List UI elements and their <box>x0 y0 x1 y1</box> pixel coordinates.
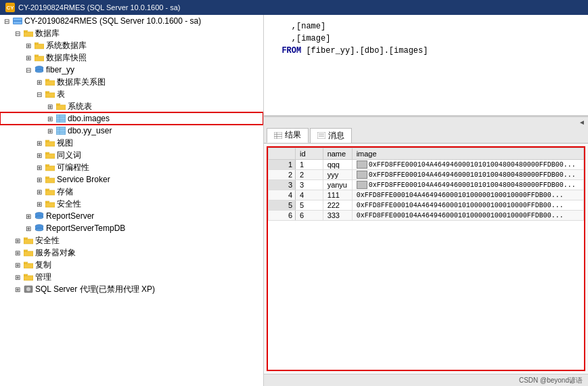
tree-expander-security2[interactable]: ⊞ <box>12 235 23 246</box>
tree-item-replication[interactable]: ⊞复制 <box>0 259 263 271</box>
results-header: id name image <box>269 148 584 160</box>
tree-expander-server[interactable]: ⊟ <box>1 16 12 26</box>
tree-item-management[interactable]: ⊞管理 <box>0 271 263 283</box>
watermark: CSDN @beyond谚语 <box>519 376 583 385</box>
tree-expander-tables[interactable]: ⊟ <box>34 89 45 100</box>
table-row[interactable]: 552220xFFD8FFE000104A4649460001010000010… <box>269 200 584 211</box>
icon-dbo <box>55 126 66 135</box>
tab-results[interactable]: 结果 <box>267 128 309 143</box>
cell-id: 6 <box>296 211 323 221</box>
icon-db <box>34 211 45 221</box>
tree-item-databases[interactable]: ⊟数据库 <box>0 27 263 39</box>
tree-expander-server-objects[interactable]: ⊞ <box>12 247 23 258</box>
tab-label-results: 结果 <box>285 129 301 141</box>
tree-item-service-broker[interactable]: ⊞Service Broker <box>0 173 263 186</box>
icon-folder <box>23 272 34 282</box>
tree-expander-storage[interactable]: ⊞ <box>34 186 45 197</box>
col-rownum <box>269 148 296 160</box>
window-title: CY-20190824RMES (SQL Server 10.0.1600 - … <box>18 3 180 12</box>
icon-folder <box>45 175 55 184</box>
tree-item-sql-agent[interactable]: ⊞SQL Server 代理(已禁用代理 XP) <box>0 283 263 295</box>
icon-folder <box>55 102 66 111</box>
tree-item-synonyms[interactable]: ⊞同义词 <box>0 149 263 161</box>
tab-bar: 结果 消息 <box>264 127 588 144</box>
cell-image: 0xFFD8FFE000104A464946000101000001000100… <box>352 190 583 200</box>
results-body: 11qqq0xFFD8FFE000104A4649460001010100480… <box>269 160 584 221</box>
tree-expander-replication[interactable]: ⊞ <box>12 259 23 270</box>
tree-item-views[interactable]: ⊞视图 <box>0 137 263 149</box>
table-row[interactable]: 11qqq0xFFD8FFE000104A4649460001010100480… <box>269 160 584 170</box>
table-row[interactable]: 33yanyu0xFFD8FFE000104A46494600010101004… <box>269 180 584 190</box>
tree-item-security[interactable]: ⊞安全性 <box>0 198 263 210</box>
tree-label-system-tables: 系统表 <box>68 101 92 112</box>
svg-point-5 <box>35 70 43 72</box>
tree-panel[interactable]: ⊟CY-20190824RMES (SQL Server 10.0.1600 -… <box>0 15 264 386</box>
tree-expander-fiber_yy[interactable]: ⊟ <box>23 64 34 75</box>
tree-item-programmability[interactable]: ⊞可编程性 <box>0 161 263 173</box>
tree-label-databases: 数据库 <box>35 28 60 39</box>
tab-messages[interactable]: 消息 <box>310 128 352 143</box>
tab-label-messages: 消息 <box>328 130 344 142</box>
sql-line-2: FROM [fiber_yy].[dbo].[images] <box>272 45 580 57</box>
tree-expander-security[interactable]: ⊞ <box>34 198 45 209</box>
tree-item-system-tables[interactable]: ⊞系统表 <box>0 100 263 112</box>
tree-item-dbo-images[interactable]: ⊞dbo.images <box>0 112 263 125</box>
tree-label-fiber_yy: fiber_yy <box>46 65 74 74</box>
tree-item-dbo-user[interactable]: ⊞dbo.yy_user <box>0 125 263 137</box>
results-grid-wrapper[interactable]: id name image 11qqq0xFFD8FFE000104A46494… <box>267 146 585 371</box>
tree-expander-views[interactable]: ⊞ <box>34 137 45 148</box>
tree-label-dbo-images: dbo.images <box>68 114 110 123</box>
tree-item-tables[interactable]: ⊟表 <box>0 88 263 100</box>
tree-expander-report-server-temp[interactable]: ⊞ <box>23 223 34 234</box>
tree-expander-programmability[interactable]: ⊞ <box>34 162 45 173</box>
tree-expander-databases[interactable]: ⊟ <box>12 28 23 39</box>
tree-expander-system-db[interactable]: ⊞ <box>23 40 34 51</box>
row-num-cell: 6 <box>269 211 296 221</box>
icon-agent <box>23 284 34 294</box>
tree-expander-sql-agent[interactable]: ⊞ <box>12 284 23 295</box>
icon-server <box>12 16 23 26</box>
tree-item-report-server-temp[interactable]: ⊞ReportServerTempDB <box>0 222 263 234</box>
cell-name: 111 <box>323 190 352 200</box>
tree-expander-db-snapshot[interactable]: ⊞ <box>23 52 34 63</box>
row-num-cell: 4 <box>269 190 296 200</box>
right-panel: ,[name] ,[image] FROM [fiber_yy].[dbo].[… <box>264 15 588 386</box>
cell-image: 0xFFD8FFE000104A464946000101000001000100… <box>352 211 583 221</box>
table-row[interactable]: 22yyy0xFFD8FFE000104A4649460001010100480… <box>269 170 584 180</box>
tree-expander-report-server[interactable]: ⊞ <box>23 211 34 221</box>
tree-item-db-snapshot[interactable]: ⊞数据库快照 <box>0 51 263 64</box>
table-row[interactable]: 441110xFFD8FFE000104A4649460001010000010… <box>269 190 584 200</box>
cell-id: 2 <box>296 170 323 180</box>
tree-expander-synonyms[interactable]: ⊞ <box>34 150 45 160</box>
icon-folder <box>45 89 55 99</box>
sql-line-0: ,[name] <box>272 20 580 33</box>
icon-dbo <box>55 114 66 123</box>
row-num-cell: 3 <box>269 180 296 190</box>
cell-image: 0xFFD8FFE000104A464946000101010048004800… <box>352 180 583 190</box>
icon-folder <box>45 187 55 196</box>
tree-item-fiber_yy[interactable]: ⊟fiber_yy <box>0 64 263 76</box>
tree-item-system-db[interactable]: ⊞系统数据库 <box>0 39 263 51</box>
tree-expander-system-tables[interactable]: ⊞ <box>45 101 55 112</box>
results-area: 结果 消息 id name image 11qqq0xFFD8FFE000 <box>264 127 588 374</box>
tree-expander-management[interactable]: ⊞ <box>12 272 23 282</box>
tree-label-security2: 安全性 <box>35 235 60 246</box>
svg-point-21 <box>26 287 30 291</box>
tree-item-security2[interactable]: ⊞安全性 <box>0 234 263 246</box>
tree-item-storage[interactable]: ⊞存储 <box>0 186 263 198</box>
tree-item-db-diagram[interactable]: ⊞数据库关系图 <box>0 76 263 88</box>
cell-name: 333 <box>323 211 352 221</box>
tree-expander-service-broker[interactable]: ⊞ <box>34 174 45 185</box>
tree-item-server-objects[interactable]: ⊞服务器对象 <box>0 246 263 259</box>
tree-item-report-server[interactable]: ⊞ReportServer <box>0 210 263 222</box>
table-row[interactable]: 663330xFFD8FFE000104A4649460001010000010… <box>269 211 584 221</box>
tree-item-server[interactable]: ⊟CY-20190824RMES (SQL Server 10.0.1600 -… <box>0 15 263 27</box>
sql-editor[interactable]: ,[name] ,[image] FROM [fiber_yy].[dbo].[… <box>264 15 588 116</box>
col-id: id <box>296 148 323 160</box>
tree-expander-dbo-user[interactable]: ⊞ <box>45 125 55 136</box>
tree-label-programmability: 可编程性 <box>57 162 89 173</box>
row-num-cell: 5 <box>269 200 296 211</box>
tree-expander-db-diagram[interactable]: ⊞ <box>34 77 45 87</box>
tree-expander-dbo-images[interactable]: ⊞ <box>45 113 55 124</box>
svg-point-16 <box>35 216 43 219</box>
